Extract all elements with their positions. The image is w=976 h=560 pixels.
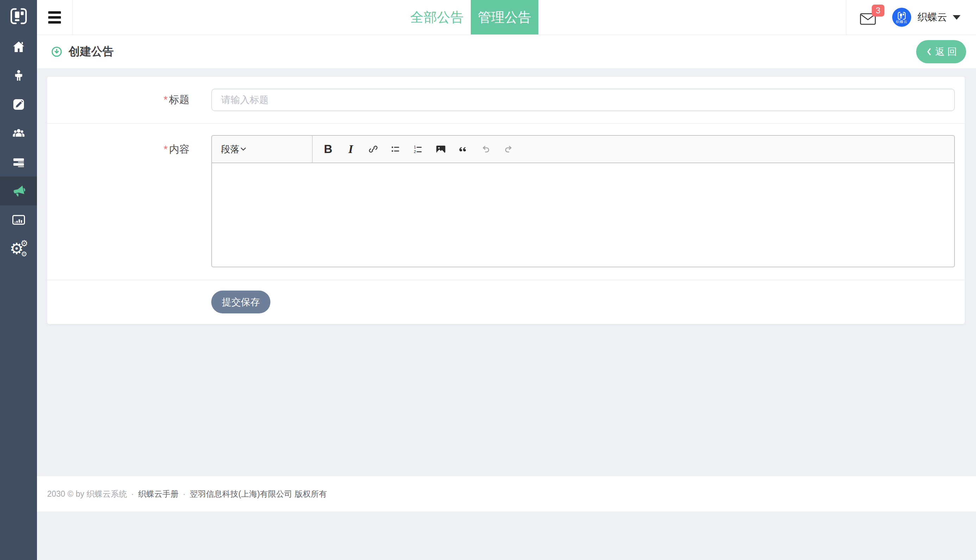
page-header: 创建公告 返 回 <box>37 35 976 68</box>
required-marker: * <box>164 94 167 105</box>
numbered-list-button[interactable]: 1 2 <box>407 138 430 160</box>
required-marker: * <box>164 143 167 155</box>
topbar-divider <box>846 0 846 35</box>
footer-manual-link[interactable]: 织蝶云手册 <box>138 488 179 500</box>
bold-button[interactable]: B <box>317 138 339 160</box>
chevron-down-icon <box>239 145 247 153</box>
rich-text-editor: 段落 B I <box>211 135 955 267</box>
undo-button[interactable] <box>475 138 497 160</box>
chevron-down-icon[interactable] <box>953 15 961 20</box>
notification-badge: 3 <box>872 5 884 17</box>
bold-icon: B <box>324 142 333 156</box>
footer-copyright: 2030 © by <box>47 489 87 499</box>
page-title: 创建公告 <box>69 44 114 60</box>
topbar: 全部公告 管理公告 3 <box>37 0 976 35</box>
server-icon <box>12 155 26 169</box>
undo-icon <box>480 143 492 155</box>
title-input[interactable] <box>211 88 955 111</box>
tab-all-announcements[interactable]: 全部公告 <box>403 0 471 35</box>
svg-text:1: 1 <box>414 145 416 149</box>
hamburger-menu-button[interactable] <box>37 0 73 35</box>
home-icon <box>12 40 26 54</box>
title-label: *标题 <box>47 93 211 107</box>
footer-rights: 版权所有 <box>292 488 327 500</box>
submit-row: 提交保存 <box>47 280 965 324</box>
sidebar-item-team[interactable] <box>0 119 37 148</box>
sidebar-item-settings[interactable]: ⚙ ⚙ ⚙ <box>0 234 37 263</box>
quote-icon <box>457 143 470 155</box>
italic-button[interactable]: I <box>339 138 362 160</box>
footer: 2030 © by 织蝶云系统·织蝶云手册·翌羽信息科技(上海)有限公司 版权所… <box>37 476 976 512</box>
editor-content-area[interactable] <box>211 163 955 267</box>
insert-image-button[interactable] <box>430 138 452 160</box>
pencil-icon <box>12 98 25 111</box>
back-button[interactable]: 返 回 <box>916 40 966 63</box>
title-field-row: *标题 <box>47 77 965 123</box>
avatar-logo-icon <box>897 11 906 20</box>
link-icon <box>367 143 379 155</box>
user-name[interactable]: 织蝶云 <box>918 10 947 24</box>
content-field-row: *内容 段落 B <box>47 124 965 280</box>
paragraph-style-dropdown[interactable]: 段落 <box>212 136 313 163</box>
zhidieyun-logo-icon <box>9 7 28 26</box>
chevron-left-icon <box>925 47 933 57</box>
sidebar-item-member[interactable] <box>0 61 37 90</box>
chart-icon <box>11 212 26 227</box>
avatar-label: 织蝶云 <box>896 20 908 23</box>
sidebar-item-home[interactable] <box>0 32 37 61</box>
brand-logo[interactable] <box>0 0 37 32</box>
create-announcement-form: *标题 *内容 段落 <box>47 77 965 324</box>
sidebar-item-edit[interactable] <box>0 90 37 119</box>
image-icon <box>435 143 447 155</box>
bulleted-list-icon <box>390 143 402 155</box>
content-area: *标题 *内容 段落 <box>37 68 976 476</box>
megaphone-icon <box>11 183 26 198</box>
redo-button[interactable] <box>497 138 520 160</box>
sidebar-item-reports[interactable] <box>0 205 37 234</box>
sidebar: ⚙ ⚙ ⚙ <box>0 0 37 560</box>
announcement-tabs: 全部公告 管理公告 <box>403 0 538 35</box>
create-announcement-icon <box>51 46 62 57</box>
hamburger-icon <box>48 11 61 14</box>
redo-icon <box>503 143 515 155</box>
svg-text:2: 2 <box>414 150 416 154</box>
editor-toolbar: 段落 B I <box>211 135 955 163</box>
user-avatar[interactable]: 织蝶云 <box>892 8 911 27</box>
bulleted-list-button[interactable] <box>384 138 407 160</box>
footer-company-link[interactable]: 翌羽信息科技(上海)有限公司 <box>190 488 292 500</box>
sidebar-item-projects[interactable] <box>0 148 37 177</box>
gears-icon: ⚙ ⚙ ⚙ <box>10 241 27 257</box>
block-quote-button[interactable] <box>452 138 475 160</box>
numbered-list-icon: 1 2 <box>412 143 424 155</box>
content-label: *内容 <box>47 135 211 163</box>
link-button[interactable] <box>362 138 384 160</box>
topbar-right: 3 织蝶云 <box>846 0 976 35</box>
footer-brand: 织蝶云系统 <box>87 488 127 500</box>
person-icon <box>12 69 25 82</box>
submit-save-button[interactable]: 提交保存 <box>211 290 271 313</box>
sidebar-item-announcements[interactable] <box>0 177 37 205</box>
messages-button[interactable]: 3 <box>860 12 876 26</box>
users-icon <box>11 126 26 141</box>
italic-icon: I <box>348 142 353 156</box>
tab-manage-announcements[interactable]: 管理公告 <box>471 0 538 35</box>
bottom-background <box>37 512 976 560</box>
